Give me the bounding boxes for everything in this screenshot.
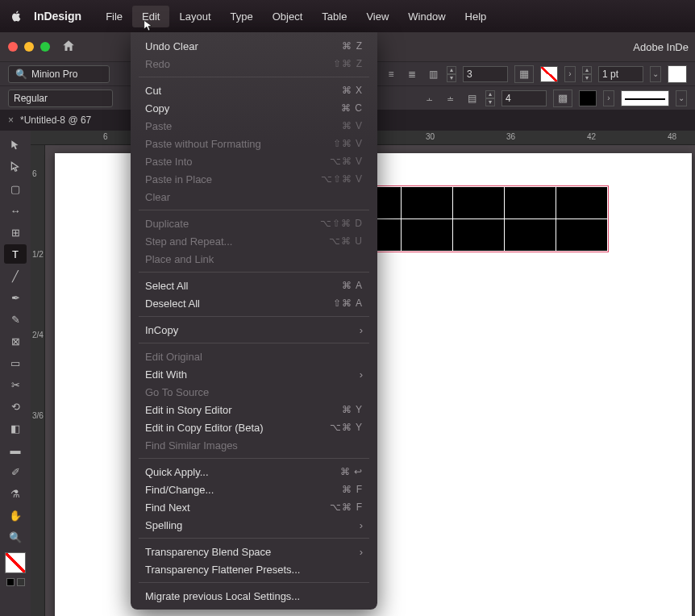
stroke-preview[interactable] — [668, 65, 687, 83]
cols-stepper[interactable]: ▴▾ — [485, 90, 495, 106]
menu-file[interactable]: File — [96, 6, 132, 27]
gradient-swatch-tool[interactable]: ◧ — [4, 418, 27, 438]
menu-shortcut: ⌘ C — [341, 102, 363, 114]
menu-item-find-next[interactable]: Find Next⌥⌘ F — [131, 498, 377, 516]
font-style-field[interactable] — [8, 89, 113, 107]
window-title: Adobe InDe — [633, 41, 689, 53]
menu-item-select-all[interactable]: Select All⌘ A — [131, 277, 377, 294]
close-window-button[interactable] — [8, 42, 18, 52]
eyedropper-tool[interactable]: ⚗ — [4, 484, 27, 503]
gradient-feather-tool[interactable]: ▬ — [4, 440, 27, 460]
align-bottom-icon[interactable]: ⫨ — [443, 91, 458, 106]
font-family-input[interactable] — [31, 69, 104, 80]
fill-none-swatch[interactable] — [540, 66, 558, 82]
stroke-weight-dropdown[interactable]: ⌄ — [650, 66, 661, 82]
free-transform-tool[interactable]: ⟲ — [4, 397, 27, 416]
menu-type[interactable]: Type — [221, 6, 263, 27]
page-tool[interactable]: ▢ — [4, 179, 27, 198]
menu-item-label: Edit in Copy Editor (Beta) — [145, 422, 264, 434]
menu-item-copy[interactable]: Copy⌘ C — [131, 99, 377, 117]
menu-shortcut: ⌥⌘ V — [330, 156, 363, 167]
menu-window[interactable]: Window — [398, 6, 455, 27]
stroke-style-dropdown[interactable]: ⌄ — [676, 90, 687, 106]
menu-item-label: Spelling — [145, 519, 182, 531]
menu-item-find-change[interactable]: Find/Change...⌘ F — [131, 481, 377, 498]
note-tool[interactable]: ✐ — [4, 462, 27, 481]
menu-item-redo: Redo⇧⌘ Z — [131, 55, 377, 73]
menu-item-transparency-blend-space[interactable]: Transparency Blend Space› — [131, 543, 377, 560]
menu-item-transparency-flattener-presets[interactable]: Transparency Flattener Presets... — [131, 560, 377, 578]
hand-tool[interactable]: ✋ — [4, 506, 27, 525]
menu-item-duplicate: Duplicate⌥⇧⌘ D — [131, 214, 377, 232]
menu-object[interactable]: Object — [263, 6, 313, 27]
traffic-lights — [8, 42, 50, 52]
cols-input[interactable] — [501, 90, 547, 106]
menu-table[interactable]: Table — [312, 6, 356, 27]
align-col-icon[interactable]: ▥ — [426, 67, 440, 81]
ruler-tick: 36 — [506, 132, 515, 141]
menu-item-paste: Paste⌘ V — [131, 117, 377, 135]
menu-item-spelling[interactable]: Spelling› — [131, 516, 377, 534]
menu-item-edit-with[interactable]: Edit With› — [131, 365, 377, 383]
home-icon[interactable] — [61, 39, 76, 56]
menu-item-label: Edit With — [145, 368, 187, 381]
stroke-style-swatch[interactable] — [621, 90, 669, 106]
font-family-field[interactable]: 🔍 — [8, 65, 110, 83]
align-left-icon[interactable]: ≡ — [384, 67, 398, 81]
menu-item-find-similar-images: Find Similar Images — [131, 436, 377, 454]
cell-options-icon[interactable]: ▤ — [464, 91, 479, 106]
stroke-color-dropdown[interactable]: › — [603, 90, 614, 106]
minimize-window-button[interactable] — [24, 42, 34, 52]
menu-item-step-and-repeat: Step and Repeat...⌥⌘ U — [131, 232, 377, 250]
rectangle-frame-tool[interactable]: ⊠ — [4, 331, 27, 351]
menu-item-undo-clear[interactable]: Undo Clear⌘ Z — [131, 37, 377, 55]
menu-item-edit-in-copy-editor-beta[interactable]: Edit in Copy Editor (Beta)⌥⌘ Y — [131, 418, 377, 436]
submenu-arrow-icon: › — [360, 546, 363, 558]
menu-shortcut: ⇧⌘ A — [333, 298, 363, 309]
menu-item-cut[interactable]: Cut⌘ X — [131, 81, 377, 99]
align-top-icon[interactable]: ⫠ — [422, 91, 437, 106]
fill-stroke-swatch[interactable] — [5, 552, 26, 573]
menu-item-incopy[interactable]: InCopy› — [131, 321, 377, 339]
stroke-weight-input[interactable] — [598, 66, 643, 82]
pencil-tool[interactable]: ✎ — [4, 310, 27, 329]
type-tool[interactable]: T — [4, 244, 27, 264]
close-tab-icon[interactable]: × — [8, 114, 14, 126]
rectangle-tool[interactable]: ▭ — [4, 353, 27, 373]
scissors-tool[interactable]: ✂ — [4, 375, 27, 394]
toolbox: ▢ ↔ ⊞ T ╱ ✒ ✎ ⊠ ▭ ✂ ⟲ ◧ ▬ ✐ ⚗ ✋ 🔍 — [0, 131, 31, 616]
menu-shortcut: ⌘ Z — [342, 40, 363, 52]
merge-cells-icon[interactable]: ▦ — [514, 65, 534, 83]
split-cells-icon[interactable]: ▩ — [553, 89, 572, 107]
menu-item-quick-apply[interactable]: Quick Apply...⌘ ↩ — [131, 463, 377, 481]
menu-item-edit-in-story-editor[interactable]: Edit in Story Editor⌘ Y — [131, 401, 377, 418]
menu-item-deselect-all[interactable]: Deselect All⇧⌘ A — [131, 294, 377, 312]
pen-tool[interactable]: ✒ — [4, 288, 27, 307]
menu-item-migrate-previous-local-settings[interactable]: Migrate previous Local Settings... — [131, 587, 377, 605]
zoom-tool[interactable]: 🔍 — [4, 527, 27, 547]
menu-shortcut: ⌘ V — [342, 120, 363, 131]
rows-input[interactable] — [463, 66, 508, 82]
stroke-black-swatch[interactable] — [579, 90, 597, 106]
line-tool[interactable]: ╱ — [4, 266, 27, 285]
menu-view[interactable]: View — [356, 6, 398, 27]
gap-tool[interactable]: ↔ — [4, 201, 27, 220]
content-collector-tool[interactable]: ⊞ — [4, 223, 27, 242]
ruler-tick: 2/4 — [32, 331, 44, 339]
menu-edit[interactable]: Edit — [132, 6, 169, 27]
apply-color-button[interactable] — [6, 578, 15, 586]
direct-selection-tool[interactable] — [4, 157, 27, 177]
align-justify-icon[interactable]: ≣ — [405, 67, 419, 81]
font-style-input[interactable] — [14, 93, 102, 104]
ruler-tick: 42 — [587, 132, 596, 141]
menu-help[interactable]: Help — [456, 6, 497, 27]
menu-shortcut: ⌘ X — [342, 85, 363, 96]
fill-dropdown[interactable]: › — [564, 66, 576, 82]
stroke-weight-stepper[interactable]: ▴▾ — [582, 66, 592, 82]
selection-tool[interactable] — [4, 135, 27, 155]
menu-shortcut: ⇧⌘ Z — [333, 58, 363, 69]
menu-layout[interactable]: Layout — [169, 6, 220, 27]
apply-none-button[interactable] — [17, 578, 25, 586]
rows-stepper[interactable]: ▴▾ — [447, 66, 456, 82]
zoom-window-button[interactable] — [40, 42, 50, 52]
